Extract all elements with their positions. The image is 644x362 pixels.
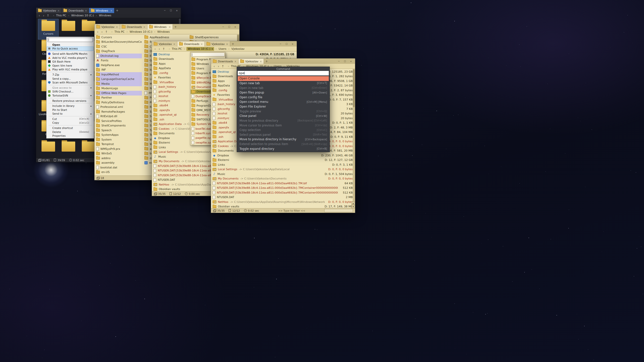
file-row[interactable]: Panther bbox=[96, 96, 142, 100]
file-row[interactable]: WMSysPr9.prx bbox=[96, 147, 142, 151]
command-search-input[interactable]: ope bbox=[238, 71, 329, 75]
file-row[interactable]: DiagTrack bbox=[96, 49, 142, 54]
command-item[interactable]: Copy selection[Ctrl+C] bbox=[238, 128, 329, 132]
back-button[interactable]: ‹ bbox=[212, 65, 216, 68]
file-row[interactable]: HelpPane.exe bbox=[96, 63, 142, 68]
file-row[interactable]: Media bbox=[96, 81, 142, 86]
file-row[interactable]: NTUSER.DAT2 MB bbox=[213, 195, 353, 200]
file-row[interactable]: CSC bbox=[96, 44, 142, 49]
tab-close-icon[interactable] bbox=[226, 43, 228, 46]
close-button[interactable]: × bbox=[348, 60, 354, 63]
context-menu-item[interactable]: Open Vim here bbox=[47, 64, 93, 68]
command-item[interactable]: Open context menu[Ctrl+M] [Menu] bbox=[238, 100, 329, 104]
maximize-button[interactable]: ☐ bbox=[284, 43, 290, 45]
command-item[interactable]: Open config file bbox=[238, 95, 329, 100]
file-row[interactable]: WinSxS bbox=[96, 151, 142, 156]
file-row[interactable]: InputMethod bbox=[96, 72, 142, 77]
maximize-button[interactable]: ☐ bbox=[342, 60, 348, 63]
command-item[interactable]: Open files popup[Alt+Down] bbox=[238, 90, 329, 95]
up-button[interactable]: ↑ bbox=[46, 14, 50, 17]
command-item[interactable]: Move cursor to previous item[Ctrl+Up] bbox=[238, 123, 329, 128]
file-row[interactable]: NTUSER.DAT{53b39e88-18c4-11ea-a811-000d3… bbox=[213, 186, 353, 191]
breadcrumb-item[interactable]: Windows bbox=[153, 30, 170, 33]
grid-folder-item[interactable] bbox=[58, 19, 78, 39]
context-menu-item[interactable]: Scan with Microsoft Defender... bbox=[47, 80, 93, 84]
file-row[interactable]: LanguageOverlayCache bbox=[96, 77, 142, 82]
context-menu-item[interactable]: Send to▶ bbox=[47, 112, 93, 116]
forward-button[interactable]: › bbox=[157, 47, 161, 51]
file-row[interactable]: RemotePackages bbox=[96, 109, 142, 114]
breadcrumb-item[interactable]: This PC bbox=[52, 14, 67, 17]
scrollbar-thumb[interactable] bbox=[353, 69, 355, 107]
command-item[interactable]: Select previous panel[Shift+Tab] bbox=[238, 132, 329, 137]
context-menu-item[interactable]: SVN Checkout... bbox=[47, 90, 93, 94]
context-menu-item[interactable]: Add to VLC media player's Playlist bbox=[47, 56, 93, 60]
context-menu-item[interactable]: Send with NordVPN Meshnet bbox=[47, 52, 93, 56]
up-button[interactable]: ↑ bbox=[162, 47, 166, 51]
context-menu-item[interactable]: 7-Zip▶ bbox=[47, 73, 93, 77]
command-item[interactable]: Open in new tab[Ctrl+Enter] bbox=[238, 85, 329, 90]
file-row[interactable]: addins bbox=[96, 156, 142, 161]
tab[interactable]: Downloads bbox=[62, 8, 89, 13]
context-menu-item[interactable] bbox=[49, 72, 92, 72]
breadcrumb-item[interactable]: Windows 10 (C:) bbox=[182, 47, 214, 51]
file-row[interactable]: AppReadiness bbox=[144, 35, 190, 40]
file-row[interactable]: NetHood -> C:\Users\Vjekoslav\AppData\Ro… bbox=[213, 200, 353, 204]
breadcrumb-item[interactable]: Windows bbox=[94, 14, 112, 17]
file-row[interactable]: en-US bbox=[96, 170, 142, 175]
context-menu-item[interactable] bbox=[49, 98, 92, 98]
forward-button[interactable]: › bbox=[217, 65, 220, 68]
tab-close-icon[interactable] bbox=[143, 26, 145, 28]
tab-close-icon[interactable] bbox=[173, 43, 175, 46]
file-row[interactable]: Professional.xml bbox=[96, 105, 142, 110]
scrollbar[interactable] bbox=[353, 69, 355, 208]
context-menu-item[interactable] bbox=[49, 125, 92, 125]
back-button[interactable]: ‹ bbox=[153, 47, 157, 51]
file-row[interactable]: TempInst bbox=[96, 142, 142, 147]
context-menu-item[interactable] bbox=[49, 116, 92, 116]
type-to-filter-hint[interactable]: >> Type to filter << bbox=[278, 209, 305, 212]
file-row[interactable]: ShellExperiences bbox=[190, 35, 235, 40]
context-menu-item[interactable]: Git Bash Here bbox=[47, 60, 93, 64]
file-row[interactable]: DtcInstall.log bbox=[96, 54, 142, 58]
tab-close-icon[interactable] bbox=[260, 60, 262, 63]
context-menu-item[interactable]: Give access to▶ bbox=[47, 86, 93, 90]
context-menu-item[interactable]: Create shortcut bbox=[47, 126, 93, 130]
file-row[interactable]: ServiceProfiles bbox=[96, 119, 142, 123]
file-row[interactable]: SystemApps bbox=[96, 133, 142, 138]
new-tab-button[interactable]: + bbox=[264, 59, 269, 64]
file-row[interactable]: Offline Web Pages bbox=[96, 91, 142, 96]
breadcrumb-item[interactable]: Vjekoslav bbox=[227, 47, 245, 51]
tab[interactable]: Downloads bbox=[211, 59, 238, 64]
tab-close-icon[interactable] bbox=[85, 9, 87, 12]
command-item[interactable]: Open Console bbox=[238, 76, 329, 81]
minimize-button[interactable]: ─ bbox=[162, 9, 168, 12]
command-item[interactable]: Close panel[Ctrl+W] bbox=[238, 114, 329, 118]
file-row[interactable]: Fonts bbox=[96, 58, 142, 63]
context-menu-item[interactable] bbox=[49, 51, 92, 51]
file-row[interactable]: INF bbox=[96, 68, 142, 72]
context-menu-item[interactable]: Restore previous versions bbox=[47, 99, 93, 103]
tab[interactable]: Downloads bbox=[177, 41, 205, 47]
scroll-down-icon[interactable]: ▼ bbox=[351, 205, 355, 208]
new-tab-button[interactable]: + bbox=[173, 24, 178, 29]
command-item[interactable]: Move to previous directory[Backspace] [C… bbox=[238, 118, 329, 123]
maximize-button[interactable]: ☐ bbox=[168, 9, 174, 12]
close-button[interactable]: × bbox=[290, 43, 296, 45]
command-item[interactable]: Open new tab[Ctrl+T] bbox=[238, 81, 329, 86]
breadcrumb-item[interactable]: Windows 10 (C:) bbox=[67, 14, 94, 17]
context-menu-item[interactable]: Delete[Delete] bbox=[47, 130, 93, 134]
file-row[interactable]: EksterniD: 12, F: 127, 12 GB bbox=[213, 158, 353, 163]
command-item[interactable]: Toggle preview[Ctrl+Q] bbox=[238, 109, 329, 114]
file-row[interactable]: bootstat.dat bbox=[96, 165, 142, 170]
forward-button[interactable]: › bbox=[42, 14, 46, 17]
breadcrumb-item[interactable]: This PC bbox=[110, 30, 125, 33]
context-menu-item[interactable]: Copy[Ctrl+C] bbox=[47, 121, 93, 125]
back-button[interactable]: ‹ bbox=[37, 14, 41, 17]
command-item[interactable]: Open File Explorer bbox=[238, 104, 329, 109]
tab-close-icon[interactable] bbox=[200, 43, 203, 46]
file-row[interactable]: RtlExUpd.dll bbox=[96, 114, 142, 119]
tab[interactable]: Vjekoslav bbox=[205, 41, 230, 47]
file-row[interactable]: DropboxD: 230, F: 1043, 46 GB bbox=[213, 153, 353, 158]
minimize-button[interactable]: ─ bbox=[220, 26, 226, 28]
